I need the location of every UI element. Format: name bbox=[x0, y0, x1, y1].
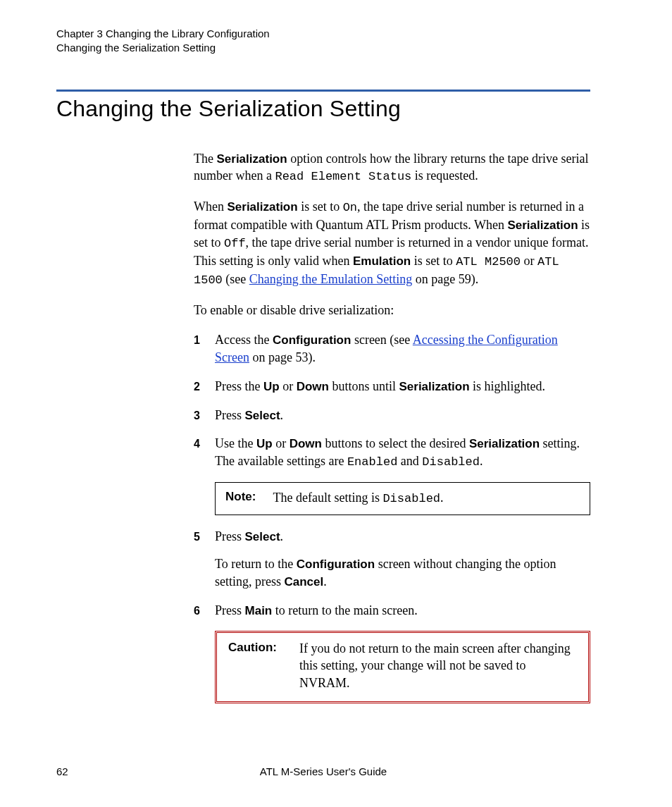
text: or bbox=[273, 436, 290, 450]
code-enabled: Enabled bbox=[347, 455, 397, 469]
text: Access the bbox=[215, 333, 273, 347]
step-5: Press Select. To return to the Configura… bbox=[194, 528, 590, 591]
code-off: Off bbox=[224, 237, 246, 250]
term-serialization: Serialization bbox=[469, 437, 540, 450]
text: and bbox=[397, 454, 422, 468]
text: or bbox=[521, 254, 537, 268]
code-disabled: Disabled bbox=[422, 455, 480, 469]
text: Press the bbox=[215, 379, 263, 393]
caution-label: Caution: bbox=[228, 640, 277, 691]
term-up: Up bbox=[263, 380, 280, 393]
term-down: Down bbox=[297, 380, 329, 393]
text: Press bbox=[215, 529, 245, 543]
text: Press bbox=[215, 603, 245, 617]
term-cancel: Cancel bbox=[285, 575, 324, 589]
text: is requested. bbox=[411, 168, 478, 183]
note-label: Note: bbox=[225, 489, 256, 507]
step-1: Access the Configuration screen (see Acc… bbox=[194, 331, 590, 366]
text: on page 53). bbox=[249, 350, 316, 364]
text: is set to bbox=[298, 199, 343, 214]
procedure-steps-cont: Press Select. To return to the Configura… bbox=[194, 528, 590, 620]
intro-para-3: To enable or disable drive serialization… bbox=[194, 302, 590, 319]
term-serialization: Serialization bbox=[216, 152, 287, 166]
code-on: On bbox=[343, 201, 357, 214]
text: . bbox=[480, 454, 483, 468]
text: is set to bbox=[411, 254, 456, 268]
code-disabled: Disabled bbox=[382, 492, 440, 505]
term-select: Select bbox=[245, 409, 280, 422]
header-chapter: Chapter 3 Changing the Library Configura… bbox=[56, 27, 590, 41]
term-serialization: Serialization bbox=[227, 200, 297, 214]
text: screen (see bbox=[351, 333, 412, 347]
term-select: Select bbox=[245, 530, 280, 543]
term-down: Down bbox=[290, 437, 322, 450]
header-section: Changing the Serialization Setting bbox=[56, 41, 590, 55]
text: on page 59). bbox=[412, 272, 478, 286]
footer-title: ATL M-Series User's Guide bbox=[56, 765, 590, 777]
intro-para-1: The Serialization option controls how th… bbox=[194, 150, 590, 186]
text: To return to the bbox=[215, 557, 297, 571]
step-6: Press Main to return to the main screen. bbox=[194, 602, 590, 620]
page-footer: 62 ATL M-Series User's Guide bbox=[56, 765, 590, 777]
term-configuration: Configuration bbox=[273, 333, 351, 347]
code-read-element-status: Read Element Status bbox=[275, 170, 411, 183]
term-configuration: Configuration bbox=[297, 557, 375, 571]
term-serialization: Serialization bbox=[399, 380, 469, 393]
text: . bbox=[323, 574, 327, 589]
term-serialization: Serialization bbox=[507, 218, 578, 232]
text: to return to the main screen. bbox=[272, 603, 417, 617]
caution-text: If you do not return to the main screen … bbox=[299, 640, 577, 691]
text: . bbox=[280, 408, 284, 422]
text: Use the bbox=[215, 436, 256, 450]
section-title: Changing the Serialization Setting bbox=[56, 96, 590, 122]
step-2: Press the Up or Down buttons until Seria… bbox=[194, 378, 590, 395]
step-3: Press Select. bbox=[194, 407, 590, 424]
text: . bbox=[280, 529, 284, 543]
text: buttons to select the desired bbox=[322, 436, 469, 450]
text: . bbox=[440, 491, 444, 505]
text: (see bbox=[223, 272, 249, 286]
body-column: The Serialization option controls how th… bbox=[194, 150, 590, 703]
term-main: Main bbox=[245, 604, 273, 617]
text: The bbox=[194, 152, 216, 166]
note-box: Note: The default setting is Disabled. bbox=[215, 482, 590, 515]
step-4: Use the Up or Down buttons to select the… bbox=[194, 435, 590, 471]
text: The default setting is bbox=[273, 491, 382, 505]
running-header: Chapter 3 Changing the Library Configura… bbox=[56, 27, 590, 56]
text: is highlighted. bbox=[470, 379, 546, 393]
code-atl-m2500: ATL M2500 bbox=[456, 255, 521, 269]
page: Chapter 3 Changing the Library Configura… bbox=[0, 0, 672, 807]
intro-para-2: When Serialization is set to On, the tap… bbox=[194, 198, 590, 289]
text: Press bbox=[215, 408, 245, 422]
text: buttons until bbox=[329, 379, 399, 393]
link-changing-emulation-setting[interactable]: Changing the Emulation Setting bbox=[249, 272, 412, 286]
term-emulation: Emulation bbox=[353, 254, 411, 268]
text: When bbox=[194, 199, 227, 214]
text: or bbox=[280, 379, 297, 393]
note-text: The default setting is Disabled. bbox=[273, 489, 580, 507]
term-up: Up bbox=[256, 437, 273, 450]
procedure-steps: Access the Configuration screen (see Acc… bbox=[194, 331, 590, 471]
section-rule bbox=[56, 90, 590, 92]
caution-box: Caution: If you do not return to the mai… bbox=[215, 631, 590, 703]
